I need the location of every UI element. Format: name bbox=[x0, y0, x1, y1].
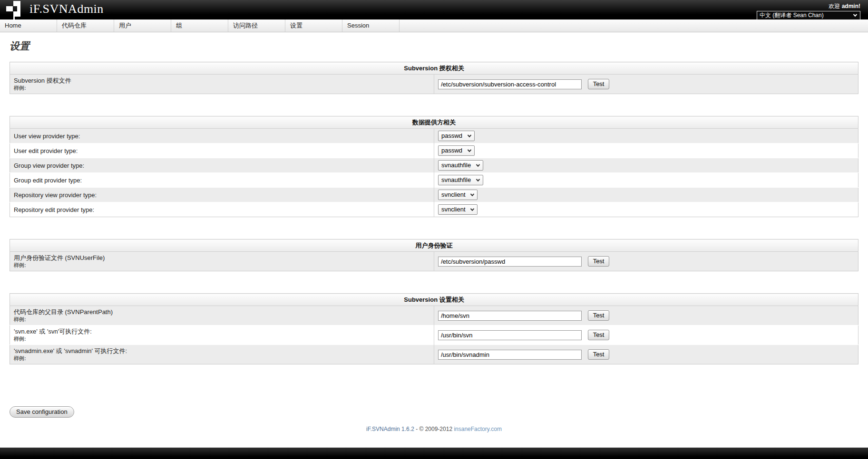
app-logo bbox=[6, 1, 20, 21]
app-title: iF.SVNAdmin bbox=[29, 2, 104, 16]
test-button[interactable]: Test bbox=[588, 310, 610, 321]
section-title: 数据提供方相关 bbox=[10, 116, 858, 129]
test-button[interactable]: Test bbox=[588, 330, 610, 340]
field-label: User edit provider type: bbox=[14, 147, 430, 155]
logo-square bbox=[13, 17, 15, 21]
section-data-providers: 数据提供方相关 User view provider type: passwd … bbox=[10, 116, 858, 217]
test-button[interactable]: Test bbox=[588, 349, 610, 360]
logo-square bbox=[13, 11, 20, 17]
table-row: Repository view provider type: svnclient bbox=[10, 188, 858, 202]
table-row: User edit provider type: passwd bbox=[10, 143, 858, 158]
field-label: Repository view provider type: bbox=[14, 191, 430, 199]
tab-home[interactable]: Home bbox=[0, 19, 57, 32]
tab-users[interactable]: 用户 bbox=[114, 19, 171, 32]
tab-settings[interactable]: 设置 bbox=[285, 19, 342, 32]
field-sublabel: 样例: bbox=[14, 335, 430, 343]
welcome-username: admin! bbox=[842, 3, 860, 10]
section-title: Subversion 授权相关 bbox=[10, 62, 858, 75]
svn-executable-input[interactable] bbox=[438, 330, 582, 340]
welcome-text: 欢迎 admin! bbox=[829, 2, 860, 10]
test-button[interactable]: Test bbox=[588, 79, 610, 89]
svn-user-file-input[interactable] bbox=[438, 257, 582, 267]
bottom-bar bbox=[0, 448, 868, 459]
subversion-access-file-input[interactable] bbox=[438, 79, 582, 89]
table-row: 'svn.exe' 或 'svn'可执行文件: 样例: Test bbox=[10, 325, 858, 345]
field-label: Subversion 授权文件 bbox=[14, 76, 430, 85]
tab-session[interactable]: Session bbox=[342, 19, 400, 32]
tab-groups[interactable]: 组 bbox=[171, 19, 228, 32]
field-sublabel: 样例: bbox=[14, 355, 430, 362]
logo-square bbox=[17, 6, 20, 11]
table-row: 'svnadmin.exe' 或 'svnadmin' 可执行文件: 样例: T… bbox=[10, 345, 858, 364]
field-label: User view provider type: bbox=[14, 132, 430, 140]
footer-copyright: © 2009-2012 bbox=[419, 426, 453, 432]
top-header: iF.SVNAdmin 欢迎 admin! 中文 (翻译者 Sean Chan) bbox=[0, 0, 868, 19]
welcome-prefix: 欢迎 bbox=[829, 3, 840, 10]
field-label: 'svn.exe' 或 'svn'可执行文件: bbox=[14, 327, 430, 335]
section-user-authentication: 用户身份验证 用户身份验证文件 (SVNUserFile) 样例: Test bbox=[10, 239, 858, 271]
field-label: Group view provider type: bbox=[14, 162, 430, 170]
section-subversion-auth: Subversion 授权相关 Subversion 授权文件 样例: Test bbox=[10, 62, 858, 94]
logo-square bbox=[6, 6, 13, 11]
svn-parent-path-input[interactable] bbox=[438, 311, 582, 321]
field-label: 用户身份验证文件 (SVNUserFile) bbox=[14, 254, 430, 262]
save-configuration-button[interactable]: Save configuration bbox=[10, 406, 74, 418]
table-row: Repository edit provider type: svnclient bbox=[10, 202, 858, 217]
user-edit-provider-select[interactable]: passwd bbox=[438, 145, 475, 156]
tab-repositories[interactable]: 代码仓库 bbox=[57, 19, 114, 32]
language-select[interactable]: 中文 (翻译者 Sean Chan) bbox=[757, 11, 860, 20]
group-edit-provider-select[interactable]: svnauthfile bbox=[438, 175, 483, 185]
table-row: 用户身份验证文件 (SVNUserFile) 样例: Test bbox=[10, 252, 858, 271]
site-link[interactable]: insaneFactory.com bbox=[454, 426, 501, 432]
test-button[interactable]: Test bbox=[588, 256, 610, 267]
field-label: 代码仓库的父目录 (SVNParentPath) bbox=[14, 308, 430, 316]
page-title: 设置 bbox=[10, 39, 858, 53]
table-row: 代码仓库的父目录 (SVNParentPath) 样例: Test bbox=[10, 306, 858, 325]
user-view-provider-select[interactable]: passwd bbox=[438, 131, 475, 141]
table-row: Group view provider type: svnauthfile bbox=[10, 158, 858, 173]
version-link[interactable]: iF.SVNAdmin 1.6.2 bbox=[366, 426, 414, 432]
footer: iF.SVNAdmin 1.6.2 - © 2009-2012 insaneFa… bbox=[10, 426, 858, 432]
field-label: 'svnadmin.exe' 或 'svnadmin' 可执行文件: bbox=[14, 347, 430, 355]
table-row: User view provider type: passwd bbox=[10, 129, 858, 143]
group-view-provider-select[interactable]: svnauthfile bbox=[438, 160, 483, 171]
logo-square bbox=[13, 1, 20, 6]
section-title: 用户身份验证 bbox=[10, 239, 858, 252]
table-row: Subversion 授权文件 样例: Test bbox=[10, 75, 858, 94]
repository-view-provider-select[interactable]: svnclient bbox=[438, 190, 478, 200]
footer-separator: - bbox=[416, 426, 418, 432]
field-sublabel: 样例: bbox=[14, 85, 430, 92]
section-title: Subversion 设置相关 bbox=[10, 294, 858, 306]
field-sublabel: 样例: bbox=[14, 262, 430, 269]
section-subversion-settings: Subversion 设置相关 代码仓库的父目录 (SVNParentPath)… bbox=[10, 293, 858, 364]
field-label: Group edit provider type: bbox=[14, 176, 430, 184]
svnadmin-executable-input[interactable] bbox=[438, 350, 582, 360]
main-nav: Home 代码仓库 用户 组 访问路径 设置 Session bbox=[0, 19, 868, 32]
settings-page: 设置 Subversion 授权相关 Subversion 授权文件 样例: T… bbox=[0, 32, 868, 448]
table-row: Group edit provider type: svnauthfile bbox=[10, 173, 858, 188]
repository-edit-provider-select[interactable]: svnclient bbox=[438, 204, 478, 215]
field-label: Repository edit provider type: bbox=[14, 206, 430, 214]
field-sublabel: 样例: bbox=[14, 316, 430, 323]
tab-access-paths[interactable]: 访问路径 bbox=[228, 19, 285, 32]
